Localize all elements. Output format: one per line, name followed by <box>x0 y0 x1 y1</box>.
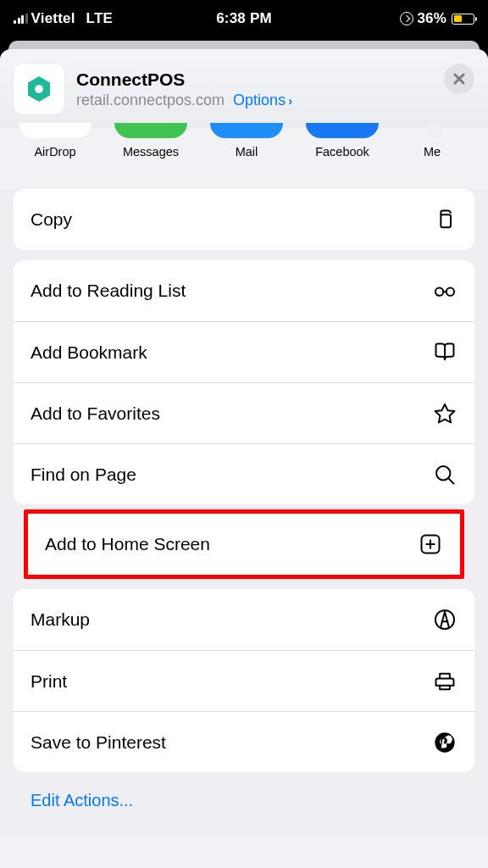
chevron-right-icon: › <box>288 93 292 108</box>
signal-icon <box>14 14 28 24</box>
options-button[interactable]: Options› <box>233 92 292 109</box>
more-icon <box>429 123 442 138</box>
star-icon <box>432 401 458 426</box>
share-sheet-header: ConnectPOS retail.connectpos.com Options… <box>0 49 488 128</box>
svg-rect-1 <box>441 214 451 227</box>
glasses-icon <box>432 278 458 303</box>
share-mail[interactable]: Mail <box>210 123 283 159</box>
bookmark-action[interactable]: Add Bookmark <box>14 321 474 382</box>
share-messages[interactable]: Messages <box>114 123 187 159</box>
share-more[interactable]: Me <box>402 123 469 159</box>
reading-list-action[interactable]: Add to Reading List <box>14 260 474 321</box>
copy-action[interactable]: Copy <box>14 189 474 250</box>
pinterest-icon <box>432 730 458 755</box>
clock: 6:38 PM <box>216 10 272 27</box>
svg-point-7 <box>435 732 454 752</box>
markup-icon <box>432 607 458 632</box>
page-title: ConnectPOS <box>76 70 474 90</box>
airdrop-icon <box>19 123 92 138</box>
close-icon <box>453 73 465 85</box>
favorites-action[interactable]: Add to Favorites <box>14 382 474 443</box>
network-label: LTE <box>86 10 113 27</box>
share-sheet: ConnectPOS retail.connectpos.com Options… <box>0 49 488 868</box>
messages-icon <box>114 123 187 138</box>
search-icon <box>432 462 458 487</box>
share-targets-row: AirDrop Messages Mail Facebook Me <box>0 123 488 174</box>
close-button[interactable] <box>444 64 474 94</box>
battery-icon <box>452 14 474 25</box>
carrier-label: Viettel <box>31 10 75 27</box>
markup-action[interactable]: Markup <box>14 589 474 650</box>
svg-point-2 <box>435 288 443 296</box>
page-domain: retail.connectpos.com <box>76 92 225 109</box>
copy-icon <box>432 207 458 232</box>
app-icon <box>14 64 64 114</box>
share-facebook[interactable]: Facebook <box>306 123 379 159</box>
rotation-lock-icon <box>400 12 413 25</box>
facebook-icon <box>306 123 379 138</box>
highlight-box: Add to Home Screen <box>24 509 464 579</box>
find-action[interactable]: Find on Page <box>14 443 474 504</box>
print-action[interactable]: Print <box>14 650 474 711</box>
battery-percent: 36% <box>417 10 446 27</box>
svg-point-0 <box>35 85 43 93</box>
pinterest-action[interactable]: Save to Pinterest <box>14 711 474 772</box>
mail-icon <box>210 123 283 138</box>
book-icon <box>432 340 458 365</box>
svg-point-3 <box>446 288 454 296</box>
print-icon <box>432 669 458 694</box>
status-bar: Viettel LTE 6:38 PM 36% <box>0 0 488 37</box>
home-screen-action[interactable]: Add to Home Screen <box>28 514 460 575</box>
share-airdrop[interactable]: AirDrop <box>19 123 92 159</box>
plus-square-icon <box>418 531 443 557</box>
edit-actions-link[interactable]: Edit Actions... <box>14 772 474 819</box>
